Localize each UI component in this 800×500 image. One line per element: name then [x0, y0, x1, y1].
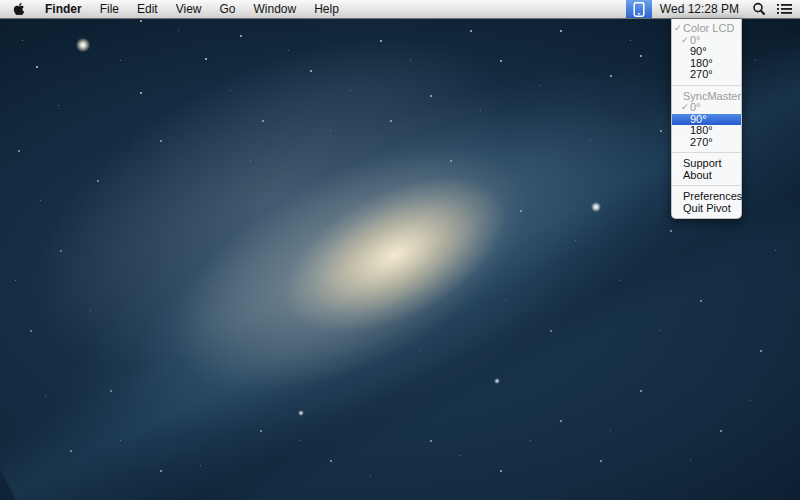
menu-item-quit-pivot[interactable]: Quit Pivot — [672, 203, 741, 215]
menu-item-color-lcd: ✓Color LCD — [672, 23, 741, 35]
list-icon — [777, 3, 792, 15]
menu-item-label: 270° — [690, 136, 713, 148]
menu-item-label: Quit Pivot — [683, 202, 731, 214]
menubar-menu-help[interactable]: Help — [305, 0, 348, 18]
menu-separator — [672, 85, 741, 86]
apple-logo-icon — [13, 2, 25, 16]
notification-center-menu-extra[interactable] — [771, 0, 797, 18]
bright-star — [591, 202, 601, 212]
menubar-menu-view[interactable]: View — [167, 0, 211, 18]
menu-item-about[interactable]: About — [672, 170, 741, 182]
menubar-menu-edit[interactable]: Edit — [128, 0, 167, 18]
menu-bar-right: Wed 12:28 PM — [626, 0, 800, 18]
menu-item-label: SyncMaster — [683, 90, 741, 102]
bright-star — [298, 410, 304, 416]
display-portrait-icon — [633, 2, 645, 17]
menu-item-label: Preferences — [683, 190, 742, 202]
galaxy-haze — [0, 0, 672, 500]
menu-item-label: 0° — [690, 101, 701, 113]
menu-separator — [672, 185, 741, 186]
menu-item-270[interactable]: 270° — [672, 69, 741, 81]
spotlight-menu-extra[interactable] — [747, 0, 771, 18]
menubar-app-menu[interactable]: Finder — [36, 0, 91, 18]
menu-separator — [672, 152, 741, 153]
menu-bar: Finder FileEditViewGoWindowHelp Wed 12:2… — [0, 0, 800, 19]
menu-item-label: About — [683, 169, 712, 181]
bright-star — [494, 378, 500, 384]
apple-menu[interactable] — [0, 0, 36, 18]
menu-item-label: 90° — [690, 45, 707, 57]
menu-item-label: 90° — [690, 113, 707, 125]
menu-bar-clock[interactable]: Wed 12:28 PM — [652, 0, 747, 18]
checkmark-icon: ✓ — [681, 35, 689, 47]
menu-item-label: 180° — [690, 57, 713, 69]
menubar-menus: FileEditViewGoWindowHelp — [91, 0, 348, 18]
pivot-dropdown-menu: ✓Color LCD✓0°90°180°270°SyncMaster✓0°90°… — [671, 19, 742, 219]
menu-item-label: 180° — [690, 124, 713, 136]
search-icon — [752, 2, 766, 16]
menubar-menu-window[interactable]: Window — [245, 0, 306, 18]
menu-item-syncmaster: SyncMaster — [672, 91, 741, 103]
galaxy-core — [221, 113, 570, 396]
pivot-menu-extra[interactable] — [626, 0, 652, 18]
checkmark-icon: ✓ — [674, 23, 682, 35]
galaxy-warm-glow — [59, 36, 640, 500]
menu-item-label: 270° — [690, 68, 713, 80]
menubar-menu-file[interactable]: File — [91, 0, 128, 18]
menu-item-label: Support — [683, 157, 722, 169]
bright-star — [76, 38, 90, 52]
checkmark-icon: ✓ — [681, 102, 689, 114]
menubar-menu-go[interactable]: Go — [211, 0, 245, 18]
menu-item-label: 0° — [690, 34, 701, 46]
menu-item-270[interactable]: 270° — [672, 137, 741, 149]
menu-bar-left: Finder FileEditViewGoWindowHelp — [0, 0, 348, 18]
menu-item-label: Color LCD — [683, 22, 734, 34]
